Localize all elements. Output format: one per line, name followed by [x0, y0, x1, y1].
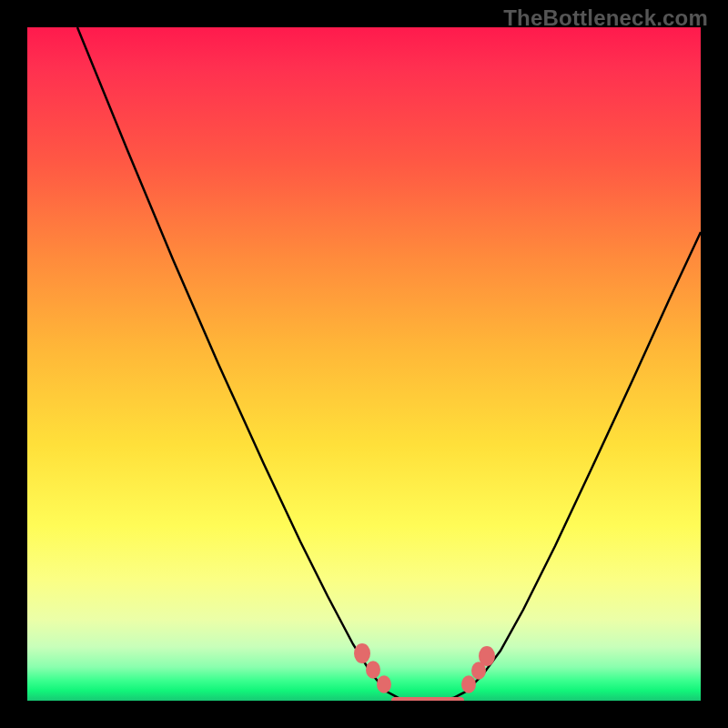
plot-area [27, 27, 701, 701]
curve-marker [462, 676, 475, 693]
marker-group [355, 644, 494, 693]
curve-svg [27, 27, 701, 701]
curve-marker [367, 662, 379, 678]
curve-marker [480, 647, 494, 665]
chart-frame: TheBottleneck.com [0, 0, 728, 728]
valley-floor-bar [391, 697, 464, 701]
curve-marker [378, 676, 390, 693]
bottleneck-curve-line [77, 27, 701, 700]
curve-marker [472, 662, 485, 679]
curve-marker [355, 644, 369, 662]
